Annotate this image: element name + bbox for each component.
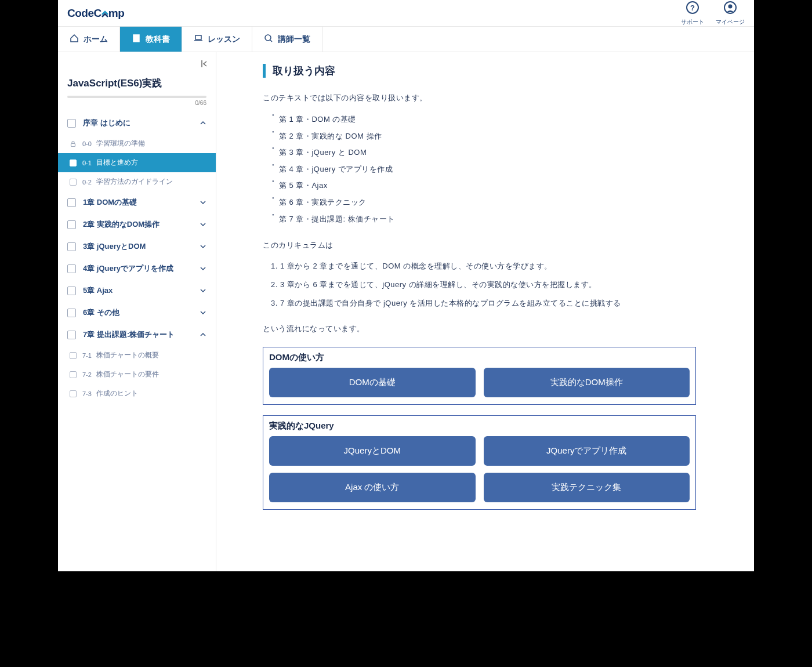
chapter-item[interactable]: 5章 Ajax (58, 280, 216, 302)
chapter-item[interactable]: 4章 jQueryでアプリを作成 (58, 258, 216, 280)
header-right: ? サポート マイページ (681, 1, 745, 26)
ordered-item: 1 章から 2 章までを通じて、DOM の概念を理解し、その使い方を学びます。 (280, 259, 696, 274)
brand-suffix: mp (108, 7, 125, 19)
chapter-label: 4章 jQueryでアプリを作成 (83, 263, 200, 274)
svg-point-6 (265, 35, 271, 41)
checkbox-icon (70, 179, 77, 186)
bullet-item: 第 1 章・DOM の基礎 (263, 111, 696, 128)
home-icon (70, 34, 79, 45)
tab-textbook-label: 教科書 (146, 34, 170, 45)
chapter-item[interactable]: 6章 その他 (58, 302, 216, 324)
topic-card[interactable]: 実践的なDOM操作 (484, 368, 690, 397)
chapter-item[interactable]: 3章 jQueryとDOM (58, 235, 216, 258)
course-title: JavaScript(ES6)実践 (58, 73, 216, 96)
topic-groups: DOMの使い方DOMの基礎実践的なDOM操作実践的なJQueryJQueryとD… (263, 347, 696, 510)
sub-item-title: 株価チャートの概要 (96, 350, 159, 360)
chapter-item[interactable]: 2章 実践的なDOM操作 (58, 213, 216, 235)
main: JavaScript(ES6)実践 0/66 序章 はじめに0-0学習環境の準備… (58, 52, 754, 571)
topic-row: DOMの基礎実践的なDOM操作 (269, 368, 690, 397)
tab-teachers-label: 講師一覧 (278, 34, 310, 45)
sub-item[interactable]: 7-1株価チャートの概要 (58, 346, 216, 365)
checkbox-icon (70, 160, 77, 166)
help-icon: ? (686, 1, 699, 17)
sub-item-title: 学習環境の準備 (96, 139, 145, 148)
chapter-item[interactable]: 1章 DOMの基礎 (58, 191, 216, 213)
chapter-label: 5章 Ajax (83, 285, 200, 296)
checkbox-icon (70, 371, 77, 378)
topic-group-title: 実践的なJQuery (269, 420, 690, 432)
tab-home-label: ホーム (84, 34, 108, 45)
sub-item-code: 0-0 (82, 140, 92, 147)
progress-text: 0/66 (67, 100, 206, 106)
chapter-item[interactable]: 序章 はじめに (58, 112, 216, 134)
checkbox-icon (67, 242, 76, 251)
sub-item-title: 作成のヒント (96, 389, 138, 398)
sub-item-title: 株価チャートの要件 (96, 369, 159, 379)
search-user-icon (264, 34, 273, 45)
topic-row: Ajax の使い方実践テクニック集 (269, 473, 690, 502)
tab-textbook[interactable]: 教科書 (120, 27, 182, 52)
tab-teachers[interactable]: 講師一覧 (252, 27, 322, 52)
bullet-item: 第 7 章・提出課題: 株価チャート (263, 211, 696, 228)
svg-point-3 (728, 4, 733, 8)
collapse-icon (200, 60, 209, 70)
brand-logo[interactable]: CodeCmp (67, 7, 124, 20)
bullet-item: 第 4 章・jQuery でアプリを作成 (263, 161, 696, 178)
topic-group-title: DOMの使い方 (269, 352, 690, 363)
checkbox-icon (67, 331, 76, 339)
chapter-list: 序章 はじめに0-0学習環境の準備0-1目標と進め方0-2学習方法のガイドライン… (58, 112, 216, 403)
chapter-label: 1章 DOMの基礎 (83, 197, 200, 208)
ordered-item: 7 章の提出課題で自分自身で jQuery を活用した本格的なプログラムを組み立… (280, 296, 696, 311)
checkbox-icon (67, 220, 76, 229)
mypage-button[interactable]: マイページ (716, 1, 745, 26)
sub-item[interactable]: 0-1目標と進め方 (58, 153, 216, 172)
topic-card[interactable]: Ajax の使い方 (269, 473, 476, 502)
checkbox-icon (67, 198, 76, 207)
lead2-text: このカリキュラムは (263, 238, 696, 253)
topic-card[interactable]: 実践テクニック集 (484, 473, 690, 502)
checkbox-icon (67, 309, 76, 317)
header: CodeCmp ? サポート マイページ (58, 0, 754, 27)
sub-item[interactable]: 0-0学習環境の準備 (58, 134, 216, 153)
svg-rect-5 (195, 35, 201, 39)
user-circle-icon (723, 1, 737, 17)
sub-item-code: 7-2 (82, 371, 92, 378)
tab-lesson[interactable]: レッスン (182, 27, 252, 52)
progress-row: 0/66 (58, 96, 216, 112)
topic-card[interactable]: JQueryとDOM (269, 436, 476, 466)
sub-item-code: 7-3 (82, 390, 92, 397)
brand-prefix: CodeC (67, 7, 102, 19)
lock-icon (70, 140, 77, 147)
sub-item-code: 7-1 (82, 352, 92, 359)
chapter-label: 序章 はじめに (83, 118, 200, 128)
sub-item[interactable]: 7-3作成のヒント (58, 384, 216, 403)
chapter-item[interactable]: 7章 提出課題:株価チャート (58, 324, 216, 346)
chapter-label: 6章 その他 (83, 307, 200, 318)
collapse-sidebar-button[interactable] (58, 57, 216, 73)
tab-home[interactable]: ホーム (58, 27, 120, 52)
topic-group: 実践的なJQueryJQueryとDOMJQueryでアプリ作成Ajax の使い… (263, 415, 696, 510)
content: 取り扱う内容 このテキストでは以下の内容を取り扱います。 第 1 章・DOM の… (216, 52, 754, 571)
bullet-item: 第 5 章・Ajax (263, 177, 696, 194)
chapter-label: 2章 実践的なDOM操作 (83, 219, 200, 230)
sidebar: JavaScript(ES6)実践 0/66 序章 はじめに0-0学習環境の準備… (58, 52, 216, 571)
sub-item[interactable]: 0-2学習方法のガイドライン (58, 172, 216, 191)
svg-rect-4 (133, 35, 139, 42)
topic-card[interactable]: DOMの基礎 (269, 368, 476, 397)
checkbox-icon (70, 390, 77, 397)
bullet-item: 第 6 章・実践テクニック (263, 194, 696, 211)
support-button[interactable]: ? サポート (681, 1, 704, 26)
checkbox-icon (67, 264, 76, 273)
bullet-item: 第 3 章・jQuery と DOM (263, 144, 696, 161)
progress-bar (67, 96, 206, 98)
bullet-item: 第 2 章・実践的な DOM 操作 (263, 128, 696, 145)
sub-item-code: 0-1 (82, 160, 92, 166)
sub-item-title: 学習方法のガイドライン (96, 177, 173, 187)
chapter-label: 7章 提出課題:株価チャート (83, 329, 200, 340)
sub-item[interactable]: 7-2株価チャートの要件 (58, 365, 216, 384)
page-title: 取り扱う内容 (263, 64, 696, 78)
checkbox-icon (67, 287, 76, 295)
sub-item-title: 目標と進め方 (96, 158, 138, 168)
sub-item-code: 0-2 (82, 179, 92, 186)
topic-card[interactable]: JQueryでアプリ作成 (484, 436, 690, 466)
